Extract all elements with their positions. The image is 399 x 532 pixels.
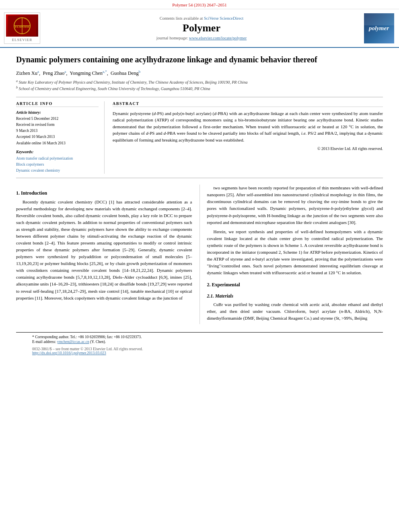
article-info-heading: ARTICLE INFO xyxy=(16,101,99,107)
article-title: Dynamic polymers containing one acylhydr… xyxy=(16,54,383,65)
date-received: Received 5 December 2012 xyxy=(16,116,99,122)
corresponding-author: * Corresponding author. Tel.: +86 10 626… xyxy=(32,335,367,339)
keyword-2: Block copolymers xyxy=(16,162,99,168)
polymer-logo: polymer xyxy=(364,13,394,43)
footer: * Corresponding author. Tel.: +86 10 626… xyxy=(16,332,383,355)
date-accepted: Accepted 10 March 2013 xyxy=(16,134,99,140)
elsevier-logo-image: ELSEVIER xyxy=(6,14,38,37)
author-4: Guohua Dengb xyxy=(111,70,140,76)
journal-center: Contents lists available at SciVerse Sci… xyxy=(44,12,359,44)
email-link[interactable]: ymchen@iccas.ac.cn xyxy=(57,340,89,344)
right-para-1: two segments have been recently reported… xyxy=(207,185,383,226)
keyword-3: Dynamic covalent chemistry xyxy=(16,168,99,174)
email-suffix: (Y. Chen). xyxy=(90,340,106,344)
materials-subheading: 2.1. Materials xyxy=(207,293,383,300)
affiliation-a: a State Key Laboratory of Polymer Physic… xyxy=(16,79,383,85)
info-abstract-row: ARTICLE INFO Article history: Received 5… xyxy=(16,97,383,179)
affiliation-b: b School of Chemistry and Chemical Engin… xyxy=(16,85,383,92)
volume-info-text: Polymer 54 (2013) 2647–2651 xyxy=(172,2,226,7)
keywords-label: Keywords: xyxy=(16,150,99,154)
author-3: Yongming Chena,*, xyxy=(70,70,109,76)
article-history: Article history: Received 5 December 201… xyxy=(16,110,99,146)
article-info-panel: ARTICLE INFO Article history: Received 5… xyxy=(16,101,105,174)
column-left: 1. Introduction Recently dynamic covalen… xyxy=(16,185,192,324)
authors-line: Zizhen Xua, Peng Zhaoa, Yongming Chena,*… xyxy=(16,70,383,76)
polymer-logo-box: polymer xyxy=(363,12,395,44)
email-line: E-mail address: ymchen@iccas.ac.cn (Y. C… xyxy=(32,340,367,344)
intro-para-1: Recently dynamic covalent chemistry (DCC… xyxy=(16,199,192,302)
elsevier-logo: ELSEVIER ELSEVIER xyxy=(4,12,40,44)
issn-line: 0032-3861/$ – see front matter © 2013 El… xyxy=(32,347,367,351)
affiliations: a State Key Laboratory of Polymer Physic… xyxy=(16,79,383,92)
keyword-1: Atom transfer radical polymerization xyxy=(16,156,99,162)
keywords-section: Keywords: Atom transfer radical polymeri… xyxy=(16,150,99,174)
date-online: Available online 16 March 2013 xyxy=(16,140,99,146)
article-body: Dynamic polymers containing one acylhydr… xyxy=(0,48,399,363)
homepage-link[interactable]: www.elsevier.com/locate/polymer xyxy=(189,36,247,40)
email-prefix: E-mail address: xyxy=(32,340,57,344)
sciverse-line: Contents lists available at SciVerse Sci… xyxy=(160,16,243,21)
introduction-heading: 1. Introduction xyxy=(16,189,192,197)
doi-link[interactable]: http://dx.doi.org/10.1016/j.polymer.2013… xyxy=(32,351,106,355)
elsevier-label: ELSEVIER xyxy=(12,38,33,42)
column-right: two segments have been recently reported… xyxy=(207,185,383,324)
date-revised-label: Received in revised form xyxy=(16,122,99,128)
volume-info-bar: Polymer 54 (2013) 2647–2651 xyxy=(0,0,399,9)
history-label: Article history: xyxy=(16,110,99,115)
journal-title: Polymer xyxy=(183,22,220,34)
column-divider xyxy=(200,185,200,324)
experimental-heading: 2. Experimental xyxy=(207,281,383,289)
abstract-text: Dynamic polystyrene (d-PS) and poly(n-bu… xyxy=(113,110,383,144)
author-1: Zizhen Xua, xyxy=(16,70,41,76)
svg-text:ELSEVIER: ELSEVIER xyxy=(15,25,29,29)
main-content: 1. Introduction Recently dynamic covalen… xyxy=(16,185,383,324)
sciverse-prefix: Contents lists available at xyxy=(160,16,204,21)
copyright-notice: © 2013 Elsevier Ltd. All rights reserved… xyxy=(113,146,383,151)
polymer-logo-text: polymer xyxy=(369,25,389,32)
article-dates: Received 5 December 2012 Received in rev… xyxy=(16,116,99,146)
right-para-2: Herein, we report synthesis and properti… xyxy=(207,228,383,276)
abstract-section: ABSTRACT Dynamic polystyrene (d-PS) and … xyxy=(113,101,383,174)
page: Polymer 54 (2013) 2647–2651 ELSEVIER ELS… xyxy=(0,0,399,532)
author-2: Peng Zhaoa, xyxy=(43,70,68,76)
sciverse-link[interactable]: SciVerse ScienceDirect xyxy=(204,16,243,21)
journal-homepage: journal homepage: www.elsevier.com/locat… xyxy=(156,36,247,40)
date-revised: 9 March 2013 xyxy=(16,128,99,134)
abstract-heading: ABSTRACT xyxy=(113,101,383,107)
doi-line[interactable]: http://dx.doi.org/10.1016/j.polymer.2013… xyxy=(32,351,367,355)
journal-header: ELSEVIER ELSEVIER Contents lists availab… xyxy=(0,9,399,48)
homepage-label: journal homepage: xyxy=(156,36,189,40)
materials-para: CuBr was purified by washing crude chemi… xyxy=(207,301,383,322)
